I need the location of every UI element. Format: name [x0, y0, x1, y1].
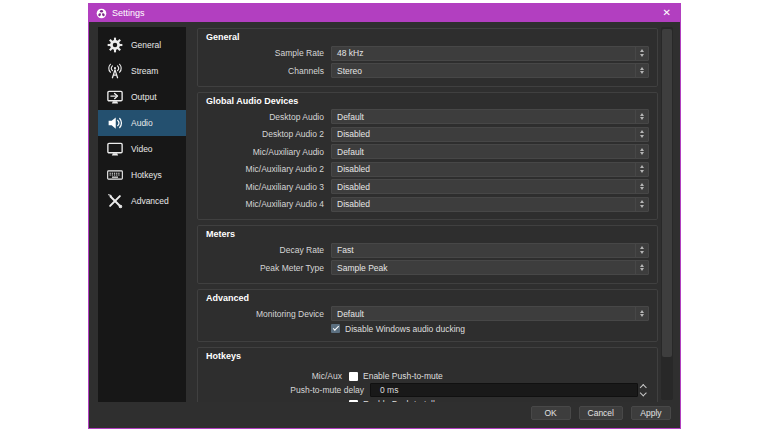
combo-value: Disabled	[332, 199, 635, 209]
form-row: Mic/Auxiliary Audio 3 Disabled	[206, 179, 649, 194]
mic-aux-audio-2-select[interactable]: Disabled	[331, 162, 649, 177]
sidebar-item-label: Output	[131, 92, 157, 102]
mic-aux-push-to-mute-delay-spinbox[interactable]: 0 ms	[370, 383, 649, 397]
section-meters: Meters Decay Rate Fast Peak Meter Type S…	[197, 225, 658, 284]
apply-button[interactable]: Apply	[631, 406, 671, 420]
obs-logo-icon	[96, 8, 107, 19]
sidebar-item-audio[interactable]: Audio	[98, 110, 186, 136]
combo-arrows-icon	[635, 198, 648, 211]
mic-aux-audio-4-select[interactable]: Disabled	[331, 197, 649, 212]
settings-window: Settings ✕	[88, 3, 681, 429]
output-icon	[106, 88, 124, 106]
field-label: Sample Rate	[206, 48, 331, 58]
form-row: Desktop Audio 2 Disabled	[206, 127, 649, 142]
combo-arrows-icon	[635, 145, 648, 158]
combo-arrows-icon	[635, 110, 648, 123]
checkbox-label: Enable Push-to-mute	[363, 371, 443, 381]
combo-arrows-icon	[635, 163, 648, 176]
section-advanced: Advanced Monitoring Device Default Disab…	[197, 289, 658, 343]
combo-value: Default	[332, 309, 635, 319]
field-label: Mic/Auxiliary Audio	[206, 147, 331, 157]
form-row: Mic/Auxiliary Audio 2 Disabled	[206, 162, 649, 177]
form-row: Mic/Aux Enable Push-to-mute	[206, 371, 649, 381]
video-icon	[106, 140, 124, 158]
form-row: Disable Windows audio ducking	[206, 324, 649, 334]
section-global-audio-devices: Global Audio Devices Desktop Audio Defau…	[197, 92, 658, 221]
field-label: Mic/Aux	[206, 371, 349, 381]
combo-value: Disabled	[332, 164, 635, 174]
form-row: Sample Rate 48 kHz	[206, 46, 649, 61]
form-row: Peak Meter Type Sample Peak	[206, 260, 649, 275]
field-label: Peak Meter Type	[206, 263, 331, 273]
mic-aux-audio-3-select[interactable]: Disabled	[331, 179, 649, 194]
checkbox-label: Disable Windows audio ducking	[345, 324, 465, 334]
combo-value: Default	[332, 147, 635, 157]
section-title: Hotkeys	[206, 350, 649, 362]
close-icon[interactable]: ✕	[661, 4, 673, 22]
combo-value: Fast	[332, 245, 635, 255]
combo-arrows-icon	[635, 64, 648, 77]
section-general: General Sample Rate 48 kHz Channels Ster…	[197, 28, 658, 87]
combo-value: Stereo	[332, 66, 635, 76]
form-row: Mic/Auxiliary Audio 4 Disabled	[206, 197, 649, 212]
hotkeys-icon	[106, 166, 124, 184]
form-row: Push-to-mute delay 0 ms	[206, 383, 649, 397]
scrollbar[interactable]	[661, 27, 673, 400]
mic-aux-audio-select[interactable]: Default	[331, 144, 649, 159]
combo-value: Disabled	[332, 129, 635, 139]
sidebar-item-stream[interactable]: Stream	[98, 58, 186, 84]
section-title: Global Audio Devices	[206, 95, 649, 107]
titlebar[interactable]: Settings ✕	[89, 4, 680, 22]
combo-arrows-icon	[635, 261, 648, 274]
combo-value: Disabled	[332, 182, 635, 192]
combo-arrows-icon	[635, 244, 648, 257]
advanced-icon	[106, 192, 124, 210]
sidebar-item-general[interactable]: General	[98, 32, 186, 58]
field-label: Decay Rate	[206, 245, 331, 255]
form-row: Monitoring Device Default	[206, 306, 649, 321]
mic-aux-enable-push-to-mute-checkbox[interactable]	[349, 372, 358, 381]
field-label: Mic/Auxiliary Audio 4	[206, 199, 331, 209]
form-row: Channels Stereo	[206, 63, 649, 78]
cancel-button[interactable]: Cancel	[579, 406, 623, 420]
spinner-arrows-icon[interactable]	[638, 385, 649, 396]
desktop-audio-2-select[interactable]: Disabled	[331, 127, 649, 142]
sidebar-item-video[interactable]: Video	[98, 136, 186, 162]
sidebar-item-label: Hotkeys	[131, 170, 162, 180]
sidebar-item-label: Video	[131, 144, 153, 154]
scroll-area: General Sample Rate 48 kHz Channels Ster…	[197, 27, 658, 402]
combo-value: Sample Peak	[332, 263, 635, 273]
sidebar-item-label: General	[131, 40, 161, 50]
form-row: Mic/Auxiliary Audio Default	[206, 144, 649, 159]
form-row: Desktop Audio Default	[206, 109, 649, 124]
sidebar-item-label: Advanced	[131, 196, 169, 206]
spin-value: 0 ms	[371, 385, 398, 395]
section-title: Meters	[206, 228, 649, 240]
combo-value: Default	[332, 112, 635, 122]
channels-select[interactable]: Stereo	[331, 63, 649, 78]
section-title: General	[206, 31, 649, 43]
field-label: Monitoring Device	[206, 309, 331, 319]
field-label: Mic/Auxiliary Audio 3	[206, 182, 331, 192]
sample-rate-select[interactable]: 48 kHz	[331, 46, 649, 61]
combo-arrows-icon	[635, 128, 648, 141]
sidebar-item-hotkeys[interactable]: Hotkeys	[98, 162, 186, 188]
sidebar-item-label: Audio	[131, 118, 153, 128]
form-row: Decay Rate Fast	[206, 243, 649, 258]
peak-meter-type-select[interactable]: Sample Peak	[331, 260, 649, 275]
sidebar-item-advanced[interactable]: Advanced	[98, 188, 186, 214]
desktop-audio-select[interactable]: Default	[331, 109, 649, 124]
audio-icon	[106, 114, 124, 132]
settings-content: General Sample Rate 48 kHz Channels Ster…	[197, 27, 673, 402]
monitoring-device-select[interactable]: Default	[331, 306, 649, 321]
decay-rate-select[interactable]: Fast	[331, 243, 649, 258]
scrollbar-thumb[interactable]	[662, 29, 672, 357]
gear-icon	[106, 36, 124, 54]
sidebar: General Stream	[98, 27, 186, 402]
footer: OK Cancel Apply	[89, 402, 680, 428]
ok-button[interactable]: OK	[531, 406, 571, 420]
field-label: Push-to-mute delay	[206, 385, 370, 395]
sidebar-item-output[interactable]: Output	[98, 84, 186, 110]
dialog-body: General Stream	[89, 22, 680, 402]
disable-windows-audio-ducking-checkbox[interactable]	[331, 324, 340, 333]
